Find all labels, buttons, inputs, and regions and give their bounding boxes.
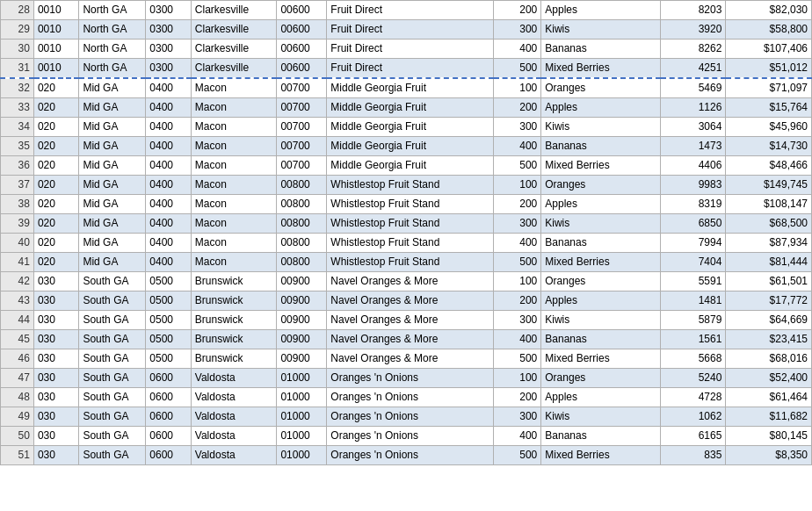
table-cell[interactable]: Macon — [191, 118, 277, 137]
table-row[interactable]: 44030South GA0500Brunswick00900Navel Ora… — [1, 311, 812, 330]
table-cell[interactable]: South GA — [79, 330, 146, 349]
table-cell[interactable]: $87,934 — [726, 234, 812, 253]
table-cell[interactable]: 00800 — [277, 234, 327, 253]
table-cell[interactable]: 7404 — [660, 253, 726, 272]
table-cell[interactable]: South GA — [79, 272, 146, 291]
table-row[interactable]: 39020Mid GA0400Macon00800Whistlestop Fru… — [1, 214, 812, 234]
table-cell[interactable]: 020 — [33, 137, 79, 156]
table-cell[interactable]: 0400 — [146, 176, 192, 195]
table-cell[interactable]: $108,147 — [726, 195, 812, 214]
table-cell[interactable]: Apples — [541, 388, 661, 407]
table-cell[interactable]: Bananas — [541, 40, 661, 59]
table-cell[interactable]: 020 — [33, 176, 79, 195]
table-row[interactable]: 42030South GA0500Brunswick00900Navel Ora… — [1, 272, 812, 291]
table-cell[interactable]: Oranges 'n Onions — [327, 446, 494, 465]
table-cell[interactable]: $64,669 — [726, 311, 812, 330]
table-cell[interactable]: 030 — [33, 330, 79, 349]
table-cell[interactable]: Bananas — [541, 234, 661, 253]
table-cell[interactable]: Brunswick — [191, 272, 277, 291]
table-cell[interactable]: Navel Oranges & More — [327, 349, 494, 369]
table-cell[interactable]: 01000 — [277, 369, 327, 388]
table-cell[interactable]: South GA — [79, 388, 146, 407]
table-cell[interactable]: Brunswick — [191, 311, 277, 330]
table-cell[interactable]: 4251 — [660, 59, 726, 79]
table-cell[interactable]: 020 — [33, 98, 79, 118]
table-cell[interactable]: 36 — [1, 156, 34, 176]
table-cell[interactable]: 5879 — [660, 311, 726, 330]
table-cell[interactable]: 0400 — [146, 195, 192, 214]
table-cell[interactable]: 0600 — [146, 446, 192, 465]
table-cell[interactable]: 00600 — [277, 59, 327, 79]
table-cell[interactable]: 030 — [33, 427, 79, 446]
table-cell[interactable]: 500 — [494, 156, 541, 176]
table-cell[interactable]: Valdosta — [191, 388, 277, 407]
table-cell[interactable]: Bananas — [541, 330, 661, 349]
table-row[interactable]: 46030South GA0500Brunswick00900Navel Ora… — [1, 349, 812, 369]
table-cell[interactable]: 0400 — [146, 118, 192, 137]
table-cell[interactable]: Oranges — [541, 272, 661, 291]
table-cell[interactable]: 00800 — [277, 195, 327, 214]
table-cell[interactable]: 39 — [1, 214, 34, 234]
table-row[interactable]: 49030South GA0600Valdosta01000Oranges 'n… — [1, 407, 812, 427]
table-cell[interactable]: 0500 — [146, 291, 192, 311]
table-cell[interactable]: 29 — [1, 20, 34, 40]
table-cell[interactable]: Oranges 'n Onions — [327, 427, 494, 446]
table-cell[interactable]: $11,682 — [726, 407, 812, 427]
table-cell[interactable]: Kiwis — [541, 20, 661, 40]
table-cell[interactable]: 5591 — [660, 272, 726, 291]
table-cell[interactable]: $61,501 — [726, 272, 812, 291]
table-cell[interactable]: 00900 — [277, 349, 327, 369]
table-cell[interactable]: 35 — [1, 137, 34, 156]
table-cell[interactable]: 49 — [1, 407, 34, 427]
table-cell[interactable]: Brunswick — [191, 349, 277, 369]
table-cell[interactable]: 1473 — [660, 137, 726, 156]
table-cell[interactable]: $81,444 — [726, 253, 812, 272]
table-cell[interactable]: Fruit Direct — [327, 59, 494, 79]
table-cell[interactable]: $82,030 — [726, 1, 812, 20]
table-cell[interactable]: 020 — [33, 118, 79, 137]
table-cell[interactable]: 00800 — [277, 253, 327, 272]
table-cell[interactable]: 020 — [33, 253, 79, 272]
table-cell[interactable]: Kiwis — [541, 118, 661, 137]
table-cell[interactable]: 020 — [33, 214, 79, 234]
table-cell[interactable]: 01000 — [277, 407, 327, 427]
table-cell[interactable]: 42 — [1, 272, 34, 291]
table-cell[interactable]: Mixed Berries — [541, 349, 661, 369]
table-cell[interactable]: Mixed Berries — [541, 446, 661, 465]
table-cell[interactable]: Clarkesville — [191, 40, 277, 59]
table-cell[interactable]: 3064 — [660, 118, 726, 137]
table-cell[interactable]: 1062 — [660, 407, 726, 427]
table-cell[interactable]: Brunswick — [191, 291, 277, 311]
table-cell[interactable]: 0010 — [33, 59, 79, 79]
table-cell[interactable]: 100 — [494, 176, 541, 195]
table-cell[interactable]: 0400 — [146, 98, 192, 118]
table-cell[interactable]: Kiwis — [541, 214, 661, 234]
table-cell[interactable]: Oranges 'n Onions — [327, 407, 494, 427]
table-cell[interactable]: 030 — [33, 388, 79, 407]
table-cell[interactable]: 500 — [494, 253, 541, 272]
table-cell[interactable]: 0500 — [146, 272, 192, 291]
table-cell[interactable]: 48 — [1, 388, 34, 407]
table-cell[interactable]: Whistlestop Fruit Stand — [327, 214, 494, 234]
table-cell[interactable]: $107,406 — [726, 40, 812, 59]
table-cell[interactable]: Valdosta — [191, 369, 277, 388]
table-cell[interactable]: South GA — [79, 427, 146, 446]
table-cell[interactable]: 4728 — [660, 388, 726, 407]
table-cell[interactable]: Middle Georgia Fruit — [327, 137, 494, 156]
table-cell[interactable]: 0400 — [146, 78, 192, 98]
table-cell[interactable]: Macon — [191, 98, 277, 118]
table-cell[interactable]: Kiwis — [541, 407, 661, 427]
table-cell[interactable]: Bananas — [541, 137, 661, 156]
table-cell[interactable]: 0600 — [146, 388, 192, 407]
table-cell[interactable]: 28 — [1, 1, 34, 20]
table-cell[interactable]: Mid GA — [79, 234, 146, 253]
table-cell[interactable]: 00600 — [277, 1, 327, 20]
table-row[interactable]: 38020Mid GA0400Macon00800Whistlestop Fru… — [1, 195, 812, 214]
table-cell[interactable]: 020 — [33, 156, 79, 176]
table-cell[interactable]: 0500 — [146, 330, 192, 349]
table-cell[interactable]: North GA — [79, 40, 146, 59]
table-cell[interactable]: 46 — [1, 349, 34, 369]
table-row[interactable]: 280010North GA0300Clarkesville00600Fruit… — [1, 1, 812, 20]
table-cell[interactable]: 0010 — [33, 20, 79, 40]
table-cell[interactable]: Mid GA — [79, 156, 146, 176]
